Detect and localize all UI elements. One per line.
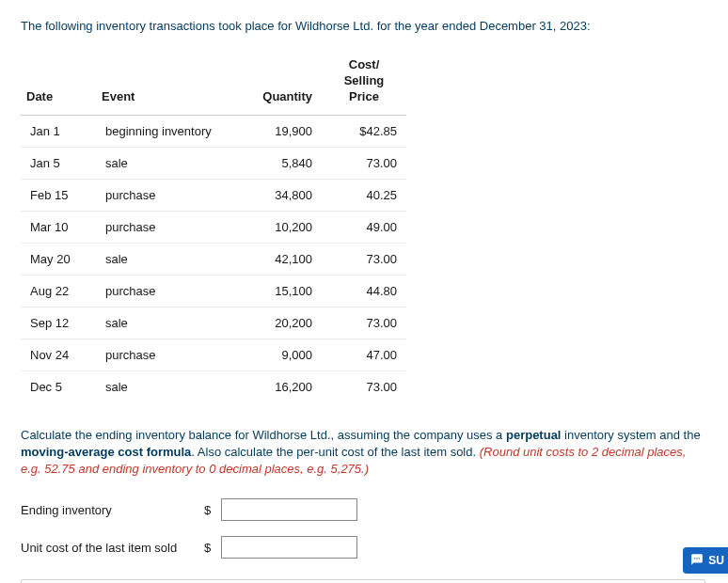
cell-quantity: 16,200 bbox=[237, 370, 322, 402]
unit-cost-input[interactable] bbox=[221, 536, 357, 559]
chat-icon bbox=[690, 553, 704, 568]
intro-text: The following inventory transactions too… bbox=[21, 19, 705, 33]
transactions-table: Date Event Quantity Cost/ Selling Price … bbox=[21, 50, 406, 402]
cell-price: 47.00 bbox=[322, 339, 406, 370]
cell-quantity: 10,200 bbox=[237, 211, 322, 243]
cell-date: Nov 24 bbox=[21, 339, 96, 370]
etextbook-panel[interactable]: eTextbook and Media bbox=[21, 579, 705, 583]
cell-quantity: 15,100 bbox=[237, 275, 322, 307]
cell-date: Jan 5 bbox=[21, 147, 96, 179]
instructions: Calculate the ending inventory balance f… bbox=[21, 427, 705, 479]
table-row: Feb 15purchase34,80040.25 bbox=[21, 179, 406, 211]
cell-event: purchase bbox=[96, 339, 237, 370]
cell-event: sale bbox=[96, 370, 237, 402]
unit-cost-row: Unit cost of the last item sold $ bbox=[21, 536, 705, 559]
cell-event: sale bbox=[96, 147, 237, 179]
cell-quantity: 5,840 bbox=[237, 147, 322, 179]
cell-date: Aug 22 bbox=[21, 275, 96, 307]
ending-inventory-row: Ending inventory $ bbox=[21, 498, 705, 521]
table-row: Dec 5sale16,20073.00 bbox=[21, 370, 406, 402]
unit-cost-label: Unit cost of the last item sold bbox=[21, 541, 204, 555]
cell-date: Feb 15 bbox=[21, 179, 96, 211]
cell-price: 73.00 bbox=[322, 307, 406, 339]
cell-date: Sep 12 bbox=[21, 307, 96, 339]
cell-date: Jan 1 bbox=[21, 115, 96, 147]
cell-date: Mar 10 bbox=[21, 211, 96, 243]
ending-inventory-input[interactable] bbox=[221, 498, 357, 521]
support-badge-text: SU bbox=[708, 555, 724, 566]
col-header-date: Date bbox=[21, 50, 96, 115]
cell-price: 44.80 bbox=[322, 275, 406, 307]
cell-price: 40.25 bbox=[322, 179, 406, 211]
table-row: Nov 24purchase9,00047.00 bbox=[21, 339, 406, 370]
support-badge[interactable]: SU bbox=[683, 547, 728, 574]
cell-quantity: 34,800 bbox=[237, 179, 322, 211]
ending-inventory-label: Ending inventory bbox=[21, 503, 204, 517]
col-header-event: Event bbox=[96, 50, 237, 115]
cell-event: purchase bbox=[96, 179, 237, 211]
cell-event: sale bbox=[96, 307, 237, 339]
cell-event: beginning inventory bbox=[96, 115, 237, 147]
cell-quantity: 9,000 bbox=[237, 339, 322, 370]
cell-date: May 20 bbox=[21, 243, 96, 275]
cell-date: Dec 5 bbox=[21, 370, 96, 402]
cell-event: purchase bbox=[96, 275, 237, 307]
cell-price: 73.00 bbox=[322, 370, 406, 402]
cell-price: $42.85 bbox=[322, 115, 406, 147]
col-header-quantity: Quantity bbox=[237, 50, 322, 115]
cell-quantity: 20,200 bbox=[237, 307, 322, 339]
table-row: Sep 12sale20,20073.00 bbox=[21, 307, 406, 339]
cell-event: purchase bbox=[96, 211, 237, 243]
table-row: Aug 22purchase15,10044.80 bbox=[21, 275, 406, 307]
table-row: Mar 10purchase10,20049.00 bbox=[21, 211, 406, 243]
table-row: May 20sale42,10073.00 bbox=[21, 243, 406, 275]
table-row: Jan 5sale5,84073.00 bbox=[21, 147, 406, 179]
currency-symbol: $ bbox=[204, 503, 217, 517]
cell-event: sale bbox=[96, 243, 237, 275]
cell-price: 49.00 bbox=[322, 211, 406, 243]
cell-quantity: 19,900 bbox=[237, 115, 322, 147]
col-header-price: Cost/ Selling Price bbox=[322, 50, 406, 115]
table-row: Jan 1beginning inventory19,900$42.85 bbox=[21, 115, 406, 147]
cell-price: 73.00 bbox=[322, 243, 406, 275]
cell-quantity: 42,100 bbox=[237, 243, 322, 275]
cell-price: 73.00 bbox=[322, 147, 406, 179]
currency-symbol: $ bbox=[204, 541, 217, 555]
